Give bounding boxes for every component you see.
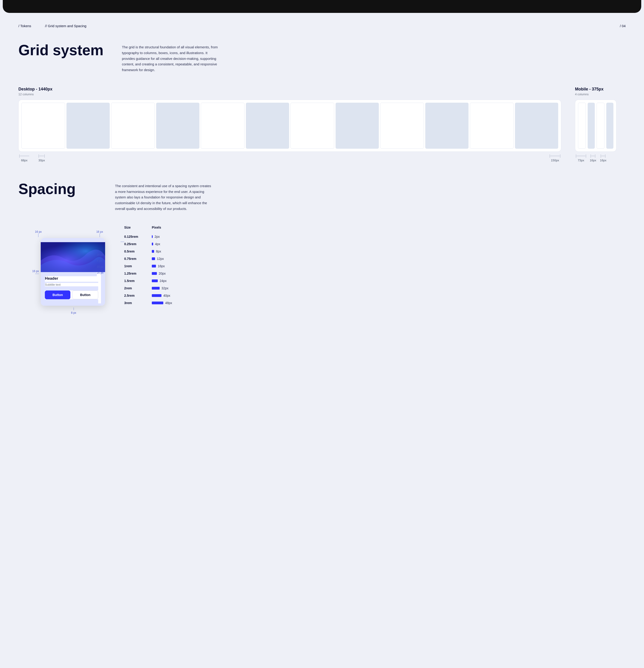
spacing-section-desc: The consistent and intentional use of a … bbox=[115, 181, 211, 212]
mobile-col-4 bbox=[606, 103, 614, 149]
mobile-grid-title: Mobile - 375px bbox=[575, 87, 626, 92]
grid-section-header: Grid system The grid is the structural f… bbox=[18, 42, 626, 73]
desktop-col-1 bbox=[21, 103, 65, 149]
desktop-grid-visual bbox=[18, 100, 561, 152]
card-btn-primary[interactable]: Button bbox=[45, 290, 70, 299]
desktop-col-11 bbox=[470, 103, 514, 149]
spacing-size-cell: 0.25rem bbox=[124, 242, 152, 246]
breadcrumb-current: // Grid system and Spacing bbox=[45, 24, 87, 28]
spacing-rows-container: 0.125rem2px0.25rem4px0.5rem8px0.75rem12p… bbox=[124, 233, 626, 307]
desktop-measure-68: 68px bbox=[21, 158, 27, 162]
desktop-col-7 bbox=[290, 103, 334, 149]
spacing-pixels-label: 32px bbox=[161, 286, 168, 290]
spacing-table-header: Size Pixels bbox=[124, 226, 626, 231]
desktop-col-6 bbox=[246, 103, 289, 149]
desktop-col-5 bbox=[201, 103, 245, 149]
card-top-spacing bbox=[41, 238, 105, 242]
spacing-pixels-label: 2px bbox=[155, 235, 160, 239]
spacing-bar bbox=[152, 272, 157, 275]
spacing-pixels-label: 12px bbox=[157, 257, 164, 261]
svg-rect-0 bbox=[41, 242, 105, 272]
spacing-bar bbox=[152, 243, 153, 245]
svg-rect-2 bbox=[41, 242, 105, 272]
svg-rect-1 bbox=[41, 242, 105, 272]
spacing-pixels-cell: 4px bbox=[152, 242, 160, 246]
spacing-size-cell: 1.25rem bbox=[124, 272, 152, 275]
spacing-size-cell: 1rem bbox=[124, 264, 152, 268]
desktop-col-4 bbox=[156, 103, 200, 149]
mobile-grid-visual bbox=[575, 100, 616, 152]
spacing-pixels-label: 8px bbox=[156, 249, 161, 253]
spacing-pixels-cell: 16px bbox=[152, 264, 165, 268]
grid-section: Grid system The grid is the structural f… bbox=[0, 28, 644, 162]
spacing-bar bbox=[152, 235, 153, 238]
spacing-pixels-cell: 12px bbox=[152, 257, 164, 261]
spacing-row: 1.5rem24px bbox=[124, 277, 626, 285]
spacing-pixels-cell: 24px bbox=[152, 279, 167, 283]
col-size-header: Size bbox=[124, 226, 152, 229]
spacing-pixels-label: 20px bbox=[159, 272, 166, 275]
spacing-row: 3rem48px bbox=[124, 299, 626, 307]
mobile-col-1 bbox=[578, 103, 586, 149]
desktop-col-3 bbox=[111, 103, 155, 149]
ann-top-left: 16 px bbox=[35, 230, 42, 233]
desktop-grid-title: Desktop - 1440px bbox=[18, 87, 561, 92]
col-pixels-header: Pixels bbox=[152, 226, 161, 229]
spacing-size-cell: 2rem bbox=[124, 286, 152, 290]
spacing-bar bbox=[152, 257, 155, 260]
mobile-measure-73: 73px bbox=[578, 158, 584, 162]
spacing-bar bbox=[152, 279, 158, 282]
spacing-pixels-cell: 2px bbox=[152, 235, 160, 239]
spacing-row: 0.125rem2px bbox=[124, 233, 626, 240]
desktop-grid-subtitle: 12 columns bbox=[18, 93, 561, 96]
grid-demos: Desktop - 1440px 12 columns bbox=[18, 87, 626, 162]
spacing-size-cell: 1.5rem bbox=[124, 279, 152, 283]
ann-gap3-label: 16 px bbox=[97, 265, 104, 269]
card-left-spacing bbox=[41, 272, 45, 303]
ann-gap1-label: 16 px bbox=[97, 253, 104, 256]
breadcrumb-row: / Tokens // Grid system and Spacing / 04 bbox=[0, 13, 644, 28]
desktop-measure-150: 150px bbox=[551, 158, 559, 162]
card-annotation-area: 16 px 16 px 16 px bbox=[18, 226, 106, 315]
spacing-size-cell: 2.5rem bbox=[124, 294, 152, 298]
spacing-pixels-cell: 48px bbox=[152, 301, 172, 305]
spacing-section-header: Spacing The consistent and intentional u… bbox=[18, 181, 626, 212]
spacing-pixels-cell: 20px bbox=[152, 272, 166, 275]
desktop-col-8 bbox=[335, 103, 379, 149]
mobile-measure-16b: 16px bbox=[600, 158, 606, 162]
spacing-pixels-cell: 32px bbox=[152, 286, 168, 290]
spacing-pixels-label: 48px bbox=[165, 301, 172, 305]
spacing-pixels-cell: 8px bbox=[152, 249, 161, 253]
card-header: Header bbox=[45, 276, 98, 281]
ann-bottom: 8 px bbox=[71, 311, 76, 315]
card-gap4-spacing bbox=[45, 299, 98, 303]
grid-section-desc: The grid is the structural foundation of… bbox=[122, 42, 219, 73]
breadcrumb-left: / Tokens // Grid system and Spacing bbox=[18, 24, 87, 28]
spacing-row: 1.25rem20px bbox=[124, 270, 626, 277]
card-gap3-spacing bbox=[45, 286, 98, 290]
spacing-row: 1rem16px bbox=[124, 262, 626, 270]
spacing-size-cell: 0.5rem bbox=[124, 249, 152, 253]
mobile-grid-demo: Mobile - 375px 4 columns 73px bbox=[575, 87, 626, 162]
card-gap1-spacing bbox=[45, 272, 97, 276]
ann-gap2-label: 4 px bbox=[97, 259, 104, 262]
spacing-row: 2.5rem40px bbox=[124, 292, 626, 299]
card-mockup: Header Subtitle text Button Button bbox=[41, 238, 105, 306]
spacing-bar bbox=[152, 302, 163, 304]
spacing-size-cell: 3rem bbox=[124, 301, 152, 305]
desktop-col-9 bbox=[380, 103, 424, 149]
mobile-grid-subtitle: 4 columns bbox=[575, 93, 626, 96]
spacing-table: Size Pixels 0.125rem2px0.25rem4px0.5rem8… bbox=[124, 226, 626, 315]
spacing-bar bbox=[152, 287, 160, 290]
ann-gap4-label: 16 px bbox=[97, 271, 104, 274]
card-btn-secondary[interactable]: Button bbox=[72, 290, 98, 299]
ann-left: 16 px bbox=[32, 270, 39, 273]
card-subtitle: Subtitle text bbox=[45, 283, 98, 286]
spacing-section: Spacing The consistent and intentional u… bbox=[0, 162, 644, 315]
mobile-measure-16a: 16px bbox=[590, 158, 596, 162]
spacing-section-title: Spacing bbox=[18, 181, 97, 197]
spacing-bar bbox=[152, 294, 161, 297]
grid-section-title: Grid system bbox=[18, 42, 104, 59]
desktop-col-10 bbox=[425, 103, 469, 149]
spacing-row: 0.25rem4px bbox=[124, 240, 626, 248]
